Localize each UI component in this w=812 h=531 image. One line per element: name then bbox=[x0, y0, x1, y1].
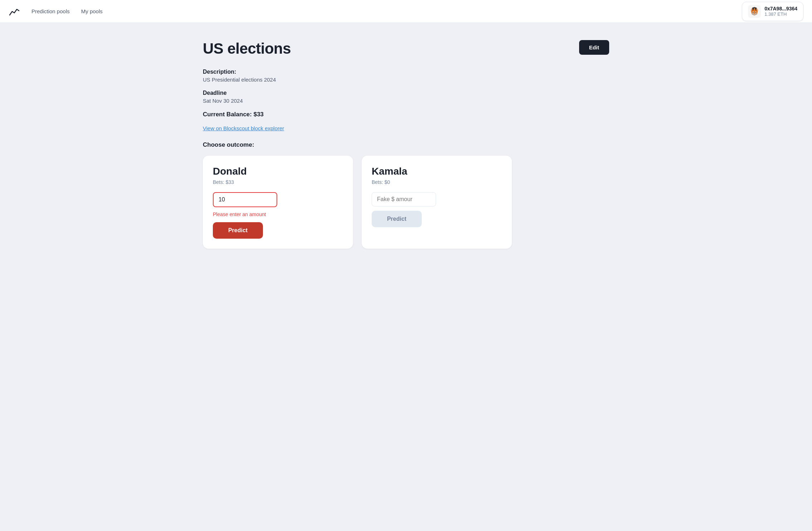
deadline-value: Sat Nov 30 2024 bbox=[203, 98, 609, 104]
nav-links: Prediction pools My pools bbox=[31, 8, 730, 14]
outcome-name-donald: Donald bbox=[213, 166, 343, 177]
deadline-label: Deadline bbox=[203, 90, 609, 96]
outcome-input-row-kamala bbox=[372, 192, 502, 206]
amount-input-donald[interactable] bbox=[213, 192, 277, 207]
description-label: Description: bbox=[203, 69, 609, 75]
metamask-icon bbox=[748, 5, 761, 18]
outcome-bets-kamala: Bets: $0 bbox=[372, 179, 502, 185]
navbar: Prediction pools My pools bbox=[0, 0, 812, 23]
outcome-bets-donald: Bets: $33 bbox=[213, 179, 343, 185]
outcome-name-kamala: Kamala bbox=[372, 166, 502, 177]
logo-icon bbox=[9, 6, 20, 17]
outcome-card-kamala: Kamala Bets: $0 Predict bbox=[362, 156, 512, 249]
my-pools-link[interactable]: My pools bbox=[81, 8, 103, 14]
outcome-card-donald: Donald Bets: $33 Please enter an amount … bbox=[203, 156, 353, 249]
amount-input-kamala[interactable] bbox=[372, 192, 436, 206]
balance-section: Current Balance: $33 bbox=[203, 111, 609, 118]
svg-point-18 bbox=[755, 11, 756, 13]
svg-point-17 bbox=[753, 11, 754, 13]
predict-button-donald[interactable]: Predict bbox=[213, 222, 263, 239]
description-section: Description: US Presidential elections 2… bbox=[203, 69, 609, 83]
wallet-button[interactable]: 0x7A98...9364 1.387 ETH bbox=[742, 2, 803, 21]
edit-button[interactable]: Edit bbox=[579, 40, 609, 55]
wallet-info: 0x7A98...9364 1.387 ETH bbox=[764, 6, 797, 17]
deadline-section: Deadline Sat Nov 30 2024 bbox=[203, 90, 609, 104]
wallet-address: 0x7A98...9364 bbox=[764, 6, 797, 11]
outcomes-grid: Donald Bets: $33 Please enter an amount … bbox=[203, 156, 609, 249]
page-title: US elections bbox=[203, 40, 291, 57]
page-header: US elections Edit bbox=[203, 40, 609, 57]
explorer-link[interactable]: View on Blockscout block explorer bbox=[203, 125, 284, 131]
prediction-pools-link[interactable]: Prediction pools bbox=[31, 8, 70, 14]
wallet-balance: 1.387 ETH bbox=[764, 11, 797, 17]
main-content: US elections Edit Description: US Presid… bbox=[191, 23, 621, 266]
logo[interactable] bbox=[9, 6, 20, 17]
outcome-input-row-donald bbox=[213, 192, 343, 207]
error-text-donald: Please enter an amount bbox=[213, 211, 343, 217]
description-value: US Presidential elections 2024 bbox=[203, 77, 609, 83]
balance-label: Current Balance: $33 bbox=[203, 111, 609, 118]
predict-button-kamala[interactable]: Predict bbox=[372, 211, 422, 227]
choose-outcome-label: Choose outcome: bbox=[203, 141, 609, 148]
